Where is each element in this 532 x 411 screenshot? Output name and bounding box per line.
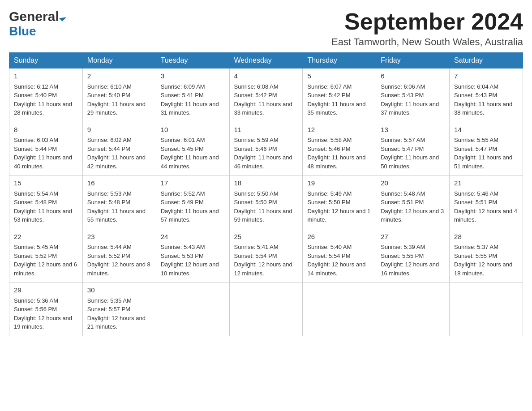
calendar-cell: 13Sunrise: 5:57 AMSunset: 5:47 PMDayligh… xyxy=(376,122,450,176)
sunset-line: Sunset: 5:47 PM xyxy=(381,146,424,152)
sunrise-line: Sunrise: 6:07 AM xyxy=(307,83,352,90)
sunrise-line: Sunrise: 5:39 AM xyxy=(381,244,425,250)
calendar-cell: 1Sunrise: 6:12 AMSunset: 5:40 PMDaylight… xyxy=(9,68,83,122)
calendar-header-row: SundayMondayTuesdayWednesdayThursdayFrid… xyxy=(9,53,523,68)
day-number: 24 xyxy=(161,232,225,242)
day-number: 7 xyxy=(454,71,518,81)
sunset-line: Sunset: 5:41 PM xyxy=(161,92,204,98)
month-year-title: September 2024 xyxy=(331,9,523,34)
daylight-line: Daylight: 11 hours and 33 minutes. xyxy=(234,101,292,116)
daylight-line: Daylight: 12 hours and 3 minutes. xyxy=(381,208,444,223)
logo-blue: Blue xyxy=(9,24,36,39)
daylight-line: Daylight: 12 hours and 19 minutes. xyxy=(14,315,72,330)
day-number: 1 xyxy=(14,71,78,81)
sunrise-line: Sunrise: 5:48 AM xyxy=(381,190,425,197)
day-number: 20 xyxy=(381,178,445,188)
calendar-cell: 17Sunrise: 5:52 AMSunset: 5:49 PMDayligh… xyxy=(156,176,229,229)
calendar-cell: 12Sunrise: 5:58 AMSunset: 5:46 PMDayligh… xyxy=(303,122,376,176)
sunset-line: Sunset: 5:52 PM xyxy=(87,253,130,259)
logo: General Blue xyxy=(9,9,65,39)
sunrise-line: Sunrise: 5:40 AM xyxy=(307,244,352,250)
day-number: 6 xyxy=(381,71,445,81)
day-number: 2 xyxy=(87,71,151,81)
title-area: September 2024 East Tamworth, New South … xyxy=(331,9,523,48)
sunrise-line: Sunrise: 6:12 AM xyxy=(14,83,58,90)
calendar-cell xyxy=(303,283,376,336)
sunrise-line: Sunrise: 6:04 AM xyxy=(454,83,498,90)
sunrise-line: Sunrise: 5:45 AM xyxy=(14,244,58,250)
sunset-line: Sunset: 5:44 PM xyxy=(14,146,57,152)
daylight-line: Daylight: 12 hours and 10 minutes. xyxy=(161,261,219,277)
sunset-line: Sunset: 5:53 PM xyxy=(161,253,204,259)
sunset-line: Sunset: 5:42 PM xyxy=(234,92,277,98)
daylight-line: Daylight: 11 hours and 46 minutes. xyxy=(234,154,292,170)
daylight-line: Daylight: 12 hours and 4 minutes. xyxy=(454,208,517,223)
sunset-line: Sunset: 5:55 PM xyxy=(381,253,424,259)
calendar-cell: 22Sunrise: 5:45 AMSunset: 5:52 PMDayligh… xyxy=(9,229,83,283)
sunset-line: Sunset: 5:43 PM xyxy=(454,92,497,98)
daylight-line: Daylight: 11 hours and 38 minutes. xyxy=(454,101,512,116)
daylight-line: Daylight: 12 hours and 18 minutes. xyxy=(454,261,512,277)
sunrise-line: Sunrise: 5:43 AM xyxy=(161,244,205,250)
calendar-cell: 2Sunrise: 6:10 AMSunset: 5:40 PMDaylight… xyxy=(82,68,156,122)
calendar-cell: 26Sunrise: 5:40 AMSunset: 5:54 PMDayligh… xyxy=(303,229,376,283)
daylight-line: Daylight: 11 hours and 35 minutes. xyxy=(307,101,365,116)
daylight-line: Daylight: 11 hours and 40 minutes. xyxy=(14,154,72,170)
sunrise-line: Sunrise: 6:09 AM xyxy=(161,83,205,90)
calendar-cell: 6Sunrise: 6:06 AMSunset: 5:43 PMDaylight… xyxy=(376,68,450,122)
calendar-cell: 3Sunrise: 6:09 AMSunset: 5:41 PMDaylight… xyxy=(156,68,229,122)
sunset-line: Sunset: 5:46 PM xyxy=(234,146,277,152)
sunrise-line: Sunrise: 5:55 AM xyxy=(454,137,498,143)
header-saturday: Saturday xyxy=(450,53,523,68)
day-number: 26 xyxy=(307,232,371,242)
sunrise-line: Sunrise: 5:52 AM xyxy=(161,190,205,197)
sunset-line: Sunset: 5:48 PM xyxy=(14,199,57,206)
daylight-line: Daylight: 11 hours and 55 minutes. xyxy=(87,208,146,223)
logo-arrow-icon xyxy=(59,14,66,21)
calendar-week-row: 8Sunrise: 6:03 AMSunset: 5:44 PMDaylight… xyxy=(9,122,523,176)
sunrise-line: Sunrise: 6:02 AM xyxy=(87,137,132,143)
sunset-line: Sunset: 5:50 PM xyxy=(307,199,350,206)
calendar-cell: 30Sunrise: 5:35 AMSunset: 5:57 PMDayligh… xyxy=(82,283,156,336)
header-friday: Friday xyxy=(376,53,450,68)
day-number: 10 xyxy=(161,125,225,135)
sunrise-line: Sunrise: 5:53 AM xyxy=(87,190,132,197)
calendar-cell: 9Sunrise: 6:02 AMSunset: 5:44 PMDaylight… xyxy=(82,122,156,176)
day-number: 22 xyxy=(14,232,78,242)
calendar-table: SundayMondayTuesdayWednesdayThursdayFrid… xyxy=(9,52,523,336)
calendar-cell: 23Sunrise: 5:44 AMSunset: 5:52 PMDayligh… xyxy=(82,229,156,283)
calendar-cell: 11Sunrise: 5:59 AMSunset: 5:46 PMDayligh… xyxy=(229,122,303,176)
sunrise-line: Sunrise: 5:37 AM xyxy=(454,244,498,250)
calendar-cell: 27Sunrise: 5:39 AMSunset: 5:55 PMDayligh… xyxy=(376,229,450,283)
sunrise-line: Sunrise: 5:46 AM xyxy=(454,190,498,197)
sunrise-line: Sunrise: 5:36 AM xyxy=(14,297,58,304)
calendar-cell xyxy=(156,283,229,336)
calendar-week-row: 15Sunrise: 5:54 AMSunset: 5:48 PMDayligh… xyxy=(9,176,523,229)
sunrise-line: Sunrise: 5:49 AM xyxy=(307,190,352,197)
daylight-line: Daylight: 11 hours and 59 minutes. xyxy=(234,208,292,223)
day-number: 13 xyxy=(381,125,445,135)
sunset-line: Sunset: 5:40 PM xyxy=(87,92,130,98)
day-number: 30 xyxy=(87,285,151,295)
daylight-line: Daylight: 11 hours and 44 minutes. xyxy=(161,154,219,170)
sunrise-line: Sunrise: 6:08 AM xyxy=(234,83,279,90)
calendar-cell: 10Sunrise: 6:01 AMSunset: 5:45 PMDayligh… xyxy=(156,122,229,176)
day-number: 3 xyxy=(161,71,225,81)
day-number: 4 xyxy=(234,71,298,81)
sunrise-line: Sunrise: 5:44 AM xyxy=(87,244,132,250)
sunrise-line: Sunrise: 6:06 AM xyxy=(381,83,425,90)
calendar-cell: 8Sunrise: 6:03 AMSunset: 5:44 PMDaylight… xyxy=(9,122,83,176)
daylight-line: Daylight: 12 hours and 1 minute. xyxy=(307,208,370,223)
day-number: 28 xyxy=(454,232,518,242)
daylight-line: Daylight: 11 hours and 57 minutes. xyxy=(161,208,219,223)
calendar-cell: 4Sunrise: 6:08 AMSunset: 5:42 PMDaylight… xyxy=(229,68,303,122)
sunrise-line: Sunrise: 6:10 AM xyxy=(87,83,132,90)
header-thursday: Thursday xyxy=(303,53,376,68)
sunset-line: Sunset: 5:49 PM xyxy=(161,199,204,206)
sunset-line: Sunset: 5:52 PM xyxy=(14,253,57,259)
daylight-line: Daylight: 11 hours and 28 minutes. xyxy=(14,101,72,116)
day-number: 16 xyxy=(87,178,151,188)
sunrise-line: Sunrise: 6:03 AM xyxy=(14,137,58,143)
calendar-cell xyxy=(229,283,303,336)
day-number: 25 xyxy=(234,232,298,242)
